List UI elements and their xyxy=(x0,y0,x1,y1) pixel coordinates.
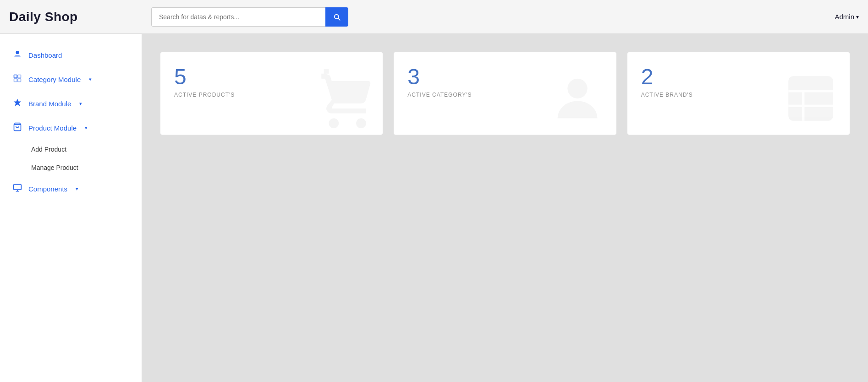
svg-point-1 xyxy=(16,51,19,54)
sidebar-item-dashboard-label: Dashboard xyxy=(28,51,62,59)
components-icon xyxy=(13,183,22,195)
person-bg-icon xyxy=(548,69,607,130)
search-icon xyxy=(333,13,341,21)
stat-card-brands: 2 ACTIVE BRAND'S xyxy=(627,52,850,135)
sidebar: Dashboard Category Module ▾ Brand Module… xyxy=(0,34,142,382)
brand-module-icon xyxy=(13,98,22,109)
product-module-icon xyxy=(13,122,22,134)
svg-rect-11 xyxy=(788,76,833,121)
product-module-caret-icon: ▾ xyxy=(85,125,88,131)
admin-menu[interactable]: Admin ▾ xyxy=(835,13,859,21)
svg-rect-4 xyxy=(14,79,17,82)
svg-rect-2 xyxy=(14,75,17,78)
svg-rect-7 xyxy=(14,185,22,190)
sidebar-subitem-add-product[interactable]: Add Product xyxy=(0,140,142,158)
sidebar-item-product-module[interactable]: Product Module ▾ xyxy=(0,116,142,140)
search-area xyxy=(151,7,835,27)
stat-card-categories: 3 ACTIVE CATEGORY'S xyxy=(394,52,616,135)
sidebar-item-dashboard[interactable]: Dashboard xyxy=(0,43,142,67)
search-button[interactable] xyxy=(325,7,348,27)
sidebar-subitem-manage-product[interactable]: Manage Product xyxy=(0,158,142,177)
svg-rect-5 xyxy=(18,79,21,82)
sidebar-item-category-module[interactable]: Category Module ▾ xyxy=(0,67,142,92)
admin-label: Admin xyxy=(835,13,854,21)
header: Daily Shop Admin ▾ xyxy=(0,0,868,34)
sidebar-item-brand-module-label: Brand Module xyxy=(28,100,71,108)
dashboard-icon xyxy=(13,49,22,61)
components-caret-icon: ▾ xyxy=(76,186,78,192)
brand-module-caret-icon: ▾ xyxy=(79,101,82,107)
cart-bg-icon xyxy=(314,69,374,130)
main-content: 5 ACTIVE PRODUCT'S 3 ACTIVE CATEGORY'S xyxy=(142,34,868,382)
sidebar-item-components-label: Components xyxy=(28,185,67,193)
category-module-caret-icon: ▾ xyxy=(89,76,92,82)
sidebar-item-category-module-label: Category Module xyxy=(28,76,81,83)
sidebar-item-product-module-label: Product Module xyxy=(28,124,77,132)
main-layout: Dashboard Category Module ▾ Brand Module… xyxy=(0,34,868,382)
svg-point-10 xyxy=(567,79,587,98)
category-module-icon xyxy=(13,74,22,85)
app-logo: Daily Shop xyxy=(9,10,151,24)
sidebar-item-brand-module[interactable]: Brand Module ▾ xyxy=(0,92,142,116)
brand-bg-icon xyxy=(781,69,841,130)
search-input[interactable] xyxy=(151,7,325,27)
svg-rect-3 xyxy=(18,75,21,78)
sidebar-item-components[interactable]: Components ▾ xyxy=(0,177,142,201)
stat-card-products: 5 ACTIVE PRODUCT'S xyxy=(160,52,383,135)
stats-cards-row: 5 ACTIVE PRODUCT'S 3 ACTIVE CATEGORY'S xyxy=(160,52,850,135)
admin-caret-icon: ▾ xyxy=(856,14,859,20)
